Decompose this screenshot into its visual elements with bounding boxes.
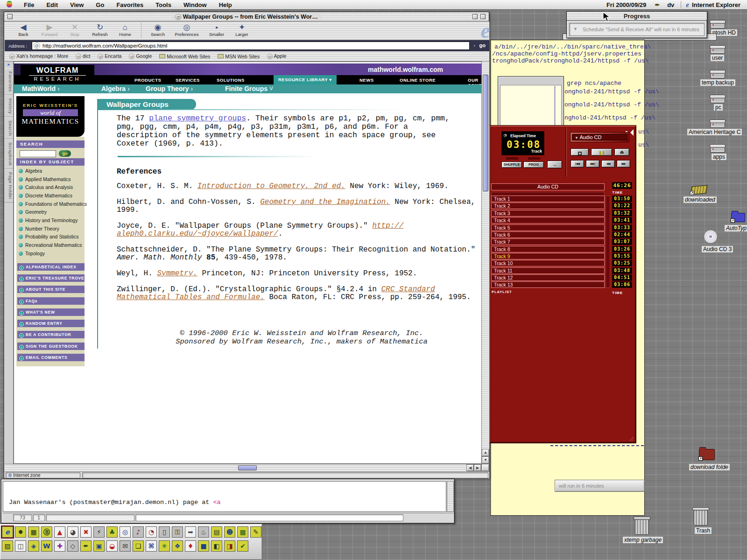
- app-icon[interactable]: ◔: [146, 526, 157, 538]
- app-icon[interactable]: ■: [198, 540, 209, 552]
- sidebar-guestbook[interactable]: ›SIGN THE GUESTBOOK: [17, 343, 85, 350]
- previous-track-button[interactable]: |◀◀: [571, 160, 584, 168]
- tab-search[interactable]: Search: [5, 117, 13, 139]
- nav-news[interactable]: NEWS: [359, 77, 374, 83]
- editor-vscrollbar[interactable]: [447, 481, 454, 512]
- favorite-item[interactable]: @ Google: [129, 53, 152, 59]
- track-row[interactable]: Track 10: [491, 260, 605, 266]
- reference-link[interactable]: Introduction to Geometry, 2nd ed.: [197, 182, 345, 190]
- app-icon[interactable]: ▨: [2, 540, 13, 552]
- resize-handle-icon[interactable]: ◿: [629, 436, 633, 441]
- disclosure-triangle-icon[interactable]: ▼: [573, 27, 578, 31]
- scroll-down-arrow[interactable]: ▼: [482, 456, 489, 464]
- app-icon[interactable]: ▯: [159, 526, 170, 538]
- vertical-scrollbar[interactable]: ▲ ▼: [481, 62, 489, 464]
- sidebar-whats-new[interactable]: ›WHAT'S NEW: [17, 308, 85, 316]
- track-row[interactable]: Track 8: [491, 246, 605, 252]
- stop-button[interactable]: ✕Stop: [63, 23, 87, 37]
- nav-services[interactable]: SERVICES: [176, 77, 200, 83]
- breadcrumb-finite-groups[interactable]: Finite Groups ˅: [225, 85, 273, 92]
- app-icon[interactable]: ♣: [106, 526, 118, 538]
- favorite-item[interactable]: @ Apple: [267, 53, 286, 59]
- menu-favorites[interactable]: Favorites: [110, 1, 149, 8]
- collapse-box[interactable]: [472, 14, 478, 19]
- track-row[interactable]: Track 7: [491, 238, 605, 245]
- stop-button[interactable]: [571, 148, 589, 156]
- sidebar-item-probability[interactable]: Probability and Statistics: [19, 234, 78, 240]
- tab-scrapbook[interactable]: Scrapbook: [5, 139, 13, 169]
- track-row[interactable]: Track 1: [491, 196, 605, 202]
- search-go-button[interactable]: go: [59, 150, 71, 157]
- app-icon[interactable]: ◨: [224, 540, 235, 552]
- cd-source-dropdown[interactable]: ▼ Audio CD: [570, 132, 629, 142]
- sidebar-about[interactable]: ›ABOUT THIS SITE: [17, 286, 85, 293]
- sidebar-item-number-theory[interactable]: Number Theory: [19, 226, 59, 232]
- horizontal-scroll-thumb[interactable]: [238, 465, 257, 470]
- breadcrumb-mathworld[interactable]: MathWorld ›: [22, 85, 60, 92]
- app-icon[interactable]: ✔: [237, 540, 248, 552]
- track-row[interactable]: Track 5: [491, 224, 605, 231]
- sidebar-item-foundations[interactable]: Foundations of Mathematics: [19, 201, 87, 208]
- wolfram-logo[interactable]: WOLFRAM RESEARCH: [21, 65, 94, 84]
- sidebar-alphabetical-index[interactable]: ›ALPHABETICAL INDEX: [17, 263, 85, 271]
- editor-hscrollbar[interactable]: [135, 514, 403, 521]
- larger-button[interactable]: ✦Larger: [230, 23, 254, 37]
- horizontal-scrollbar[interactable]: ◀ ▶: [5, 464, 481, 471]
- app-icon[interactable]: ◧: [211, 540, 222, 552]
- app-icon[interactable]: ◎: [120, 526, 131, 538]
- refresh-button[interactable]: ↻Refresh: [88, 23, 112, 37]
- menu-go[interactable]: Go: [90, 1, 110, 8]
- browser-titlebar[interactable]: @ Wallpaper Groups -- from Eric Weisstei…: [4, 12, 489, 21]
- sidebar-item-history[interactable]: History and Terminology: [19, 217, 78, 224]
- sidebar-item-discrete-math[interactable]: Discrete Mathematics: [19, 193, 72, 199]
- apple-menu[interactable]: [0, 1, 18, 9]
- app-icon[interactable]: ▲: [54, 526, 65, 538]
- tracklist-scrollbar[interactable]: [606, 196, 610, 288]
- menu-help[interactable]: Help: [213, 1, 238, 8]
- app-icon[interactable]: ▤: [211, 526, 222, 538]
- app-icon[interactable]: ❏: [133, 540, 144, 552]
- app-icon-internet-explorer[interactable]: e: [2, 526, 13, 538]
- keyboard-menu[interactable]: dv: [663, 1, 678, 8]
- app-icon[interactable]: ➥: [185, 526, 196, 538]
- app-icon[interactable]: ♨: [198, 526, 209, 538]
- track-row[interactable]: Track 13: [491, 281, 605, 288]
- address-input[interactable]: [32, 42, 470, 50]
- app-icon[interactable]: ◈: [28, 540, 39, 552]
- next-track-button[interactable]: ▶▶|: [586, 160, 599, 168]
- play-mode-button[interactable]: →: [547, 161, 562, 168]
- scroll-right-arrow[interactable]: ▶: [474, 464, 481, 471]
- breadcrumb-group-theory[interactable]: Group Theory ›: [146, 85, 193, 92]
- app-icon[interactable]: ☻: [224, 526, 235, 538]
- search-button[interactable]: ◉Search: [146, 23, 170, 37]
- home-button[interactable]: ⌂Home: [113, 23, 137, 37]
- editor-window[interactable]: Jan Wassenaar's (postmaster@mirajan.demo…: [1, 479, 455, 524]
- app-icon[interactable]: ♪: [133, 526, 144, 538]
- sidebar-email-comments[interactable]: ›EMAIL COMMENTS: [17, 354, 85, 361]
- reference-link[interactable]: Symmetry.: [157, 269, 197, 278]
- preferences-button[interactable]: ◎Preferences: [172, 23, 202, 37]
- sidebar-treasure-troves[interactable]: ›ERIC'S TREASURE TROVES: [17, 274, 85, 282]
- app-icon[interactable]: ♦: [185, 540, 196, 552]
- nav-resource-library[interactable]: RESOURCE LIBRARY ▾: [274, 75, 337, 84]
- smaller-button[interactable]: ●Smaller: [204, 23, 229, 37]
- program-button[interactable]: PROG: [523, 161, 544, 168]
- explorer-bar-toggle[interactable]: ▸: [5, 62, 13, 68]
- app-icon[interactable]: ⚡: [93, 526, 105, 538]
- tab-page-holder[interactable]: Page Holder: [5, 169, 13, 203]
- nav-online-store[interactable]: ONLINE STORE: [400, 77, 436, 83]
- app-icon[interactable]: ▣: [93, 540, 105, 552]
- vertical-scroll-thumb[interactable]: [483, 75, 488, 191]
- app-icon[interactable]: Ⓑ: [41, 526, 52, 538]
- app-icon[interactable]: ✚: [54, 540, 65, 552]
- pause-button[interactable]: [591, 148, 612, 156]
- menu-edit[interactable]: Edit: [40, 1, 64, 8]
- app-icon[interactable]: ◫: [15, 540, 26, 552]
- sidebar-item-calculus[interactable]: Calculus and Analysis: [19, 184, 73, 191]
- rewind-button[interactable]: ◀◀: [601, 160, 615, 168]
- progress-window[interactable]: Progress ▼ Schedule "Send & Receive All"…: [566, 11, 707, 38]
- mathworld-logo-box[interactable]: ERIC WEISSTEIN'S world of MATHEMATICS: [16, 96, 85, 137]
- app-icon[interactable]: ✒: [80, 540, 92, 552]
- track-row[interactable]: Track 2: [491, 203, 605, 209]
- application-menu[interactable]: Internet Explorer: [691, 1, 747, 8]
